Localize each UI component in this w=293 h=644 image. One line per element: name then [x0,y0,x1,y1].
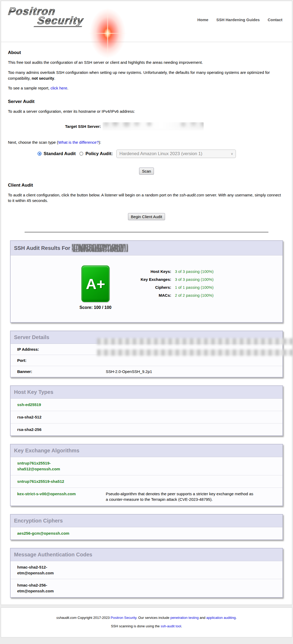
begin-client-audit-button[interactable]: Begin Client Audit [128,213,165,220]
positron-security-link[interactable]: Positron Security [111,616,136,620]
stat-label: Host Keys: [127,269,171,274]
policy-select[interactable]: Hardened Amazon Linux 2023 (version 1) ∨ [116,150,236,158]
server-audit-heading: Server Audit [8,99,285,104]
encryption-ciphers-box: Encryption Ciphers aes256-gcm@openssh.co… [10,514,283,540]
redacted-input-value [103,122,204,129]
mac-row: hmac-sha2-512- etm@openssh.com [11,561,282,579]
server-audit-intro: To audit a server configuration, enter i… [8,109,285,114]
redacted-hostname [72,244,128,252]
stat-label: MACs: [127,293,171,298]
ssh-audit-tool-link[interactable]: ssh-audit tool [161,624,181,628]
scan-button[interactable]: Scan [139,168,154,175]
host-key-rows: ssh-ed25519 rsa-sha2-512 rsa-sha2-256 [11,399,282,435]
kex-algorithm-name: sntrup761x25519-sha512 [17,479,106,484]
site-header: Positron Security Home SSH Hardening Gui… [1,1,292,42]
stat-row: Ciphers: 1 of 1 passing (100%) [127,285,214,290]
stat-value: 2 of 2 passing (100%) [175,293,214,298]
detail-label: IP Address: [17,347,106,352]
grade-badge: A+ [81,265,109,302]
detail-row: Port: [11,355,282,366]
logo-text-line2: Security [37,15,84,26]
key-exchange-row: kex-strict-s-v00@openssh.com Pseudo-algo… [11,488,282,506]
footer-services-text: . Our services include [136,616,171,620]
about-p2-end: . [54,76,55,80]
host-key-row: rsa-sha2-256 [11,423,282,436]
application-auditing-link[interactable]: application auditing [206,616,236,620]
stat-label: Ciphers: [127,285,171,290]
cipher-name: aes256-gcm@openssh.com [17,530,106,536]
macs-box: Message Authentication Codes hmac-sha2-5… [10,548,283,598]
about-heading: About [8,50,285,55]
detail-label: Banner: [17,369,106,374]
cipher-rows: aes256-gcm@openssh.com [11,527,282,539]
detail-value: SSH-2.0-OpenSSH_9.2p1 [106,369,279,374]
page-content: About This free tool audits the configur… [1,50,292,232]
detail-value [106,358,279,363]
positron-security-logo[interactable]: Positron Security [8,5,120,40]
kex-algorithm-note [106,479,254,484]
about-paragraph-2: Too many admins overlook SSH configurati… [8,70,285,81]
policy-select-value: Hardened Amazon Linux 2023 (version 1) [119,151,202,156]
results-stats: Host Keys: 3 of 3 passing (100%) Key Exc… [127,269,214,301]
key-exchange-title: Key Exchange Algorithms [11,444,282,457]
about-paragraph-1: This free tool audits the configuration … [8,60,285,65]
macs-title: Message Authentication Codes [11,548,282,561]
nav-link[interactable]: Home [197,17,208,22]
grade-area: A+ Score: 100 / 100 Host Keys: 3 of 3 pa… [11,255,282,322]
penetration-testing-link[interactable]: penetration testing [170,616,199,620]
grade-letter: A+ [86,275,105,292]
footer-scanning-text: SSH scanning is done using the [111,624,161,628]
scan-type-difference-link[interactable]: What is the difference? [58,140,99,145]
redaction-blobs [106,338,279,345]
host-key-name: rsa-sha2-512 [17,414,106,420]
footer-period: . [236,616,237,620]
server-details-box: Server Details IP Address: Port: Banner:… [10,331,283,377]
client-audit-heading: Client Audit [8,183,285,188]
scan-type-text: Next, choose the scan type ( [8,140,58,145]
footer-copyright-text: Copyright 2017-2023 [77,616,111,620]
mac-name: hmac-sha2-256- etm@openssh.com [17,582,106,594]
client-audit-text: To audit a client configuration, click t… [8,193,180,197]
policy-audit-radio[interactable] [79,152,83,156]
cipher-row: aes256-gcm@openssh.com [11,527,282,539]
stat-row: Key Exchanges: 3 of 3 passing (100%) [127,277,214,282]
footer-and-text: and [199,616,206,620]
standard-audit-radio[interactable] [38,152,42,156]
client-audit-paragraph: To audit a client configuration, click t… [8,192,285,204]
client-audit-domain: ssh-audit.com [180,193,204,197]
stat-value: 1 of 1 passing (100%) [175,285,214,290]
host-key-name: rsa-sha2-256 [17,427,106,433]
kex-algorithm-note: Pseudo-algorithm that denotes the peer s… [106,491,254,503]
stat-row: MACs: 2 of 2 passing (100%) [127,293,214,298]
main-nav: Home SSH Hardening Guides Contact [197,17,282,22]
detail-label: Port: [17,358,106,363]
results-title-text: SSH Audit Results For [14,245,70,251]
stat-row: Host Keys: 3 of 3 passing (100%) [127,269,214,274]
nav-link[interactable]: SSH Hardening Guides [216,17,260,22]
sample-report-link[interactable]: click here [51,86,67,90]
detail-value-text: SSH-2.0-OpenSSH_9.2p1 [106,369,152,374]
kex-algorithm-note [106,460,254,472]
standard-audit-label: Standard Audit [44,151,76,156]
stat-value: 3 of 3 passing (100%) [175,269,214,274]
host-key-name: ssh-ed25519 [17,402,106,408]
site-footer: sshaudit.com Copyright 2017-2023 Positro… [1,607,292,637]
target-server-input[interactable] [103,122,204,130]
nav-link[interactable]: Contact [268,17,282,22]
grade-score: Score: 100 / 100 [80,305,112,310]
key-exchange-rows: sntrup761x25519- sha512@openssh.com sntr… [11,457,282,506]
main-page-card: Positron Security Home SSH Hardening Gui… [1,1,292,605]
redacted-value [106,349,279,356]
grade-column: A+ Score: 100 / 100 [80,265,112,310]
detail-row: Banner: SSH-2.0-OpenSSH_9.2p1 [11,366,282,377]
chevron-down-icon: ∨ [231,152,233,156]
results-divider [25,232,268,232]
redaction-blobs [106,349,279,356]
stat-value: 3 of 3 passing (100%) [175,277,214,282]
mac-row: hmac-sha2-256- etm@openssh.com [11,579,282,597]
key-exchange-row: sntrup761x25519- sha512@openssh.com [11,457,282,475]
scan-button-row: Scan [8,168,285,175]
about-paragraph-3: To see a sample report, click here. [8,85,285,91]
scan-type-options: Standard Audit Policy Audit: Hardened Am… [38,150,285,158]
host-key-row: ssh-ed25519 [11,399,282,411]
